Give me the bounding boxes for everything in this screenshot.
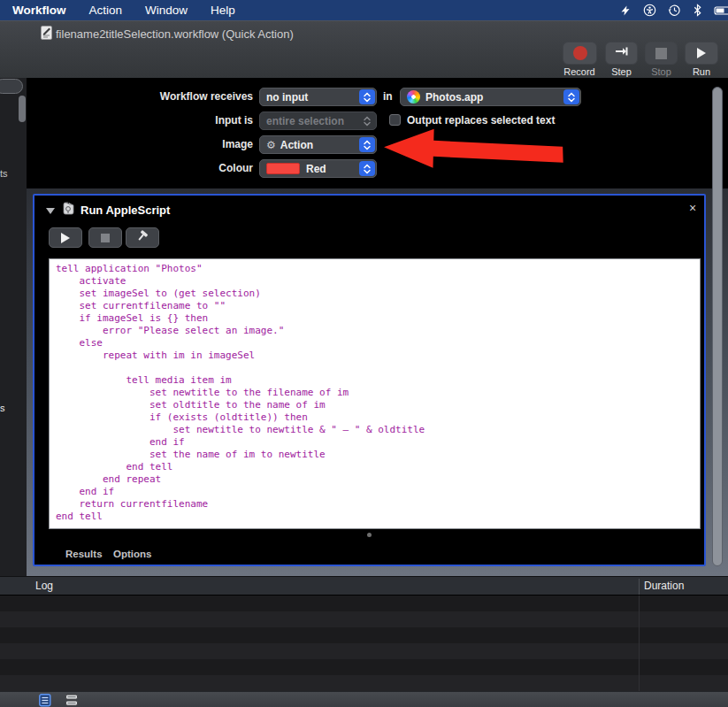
options-tab[interactable]: Options	[113, 549, 151, 559]
stop-button	[645, 42, 678, 65]
stacked-view-icon[interactable]	[65, 694, 79, 707]
image-popup[interactable]: ⚙ Action	[259, 135, 377, 154]
column-divider	[639, 596, 640, 691]
window-title: filename2titleSelection.workflow (Quick …	[56, 27, 294, 41]
action-gear-icon: ⚙	[266, 139, 276, 151]
log-empty-row	[0, 611, 728, 627]
canvas-scrollbar[interactable]	[712, 87, 723, 566]
colour-label: Colour	[88, 159, 253, 178]
in-label: in	[383, 90, 393, 103]
popup-stepper-icon	[359, 137, 375, 152]
log-column-header[interactable]: Log	[35, 580, 53, 592]
image-label: Image	[88, 135, 253, 154]
applescript-script-icon	[61, 201, 77, 220]
run-icon	[697, 48, 706, 58]
duration-column-header[interactable]: Duration	[644, 580, 684, 592]
script-stop-button	[88, 227, 122, 248]
time-machine-icon[interactable]	[668, 4, 681, 17]
sidebar-scrollbar[interactable]	[19, 96, 26, 122]
app-popup-value: Photos.app	[425, 91, 483, 104]
document-icon	[41, 26, 52, 43]
popup-stepper-icon	[359, 89, 375, 104]
input-is-value: entire selection	[266, 115, 344, 127]
log-empty-row	[0, 659, 728, 675]
run-label: Run	[685, 66, 718, 77]
colour-popup-value: Red	[306, 163, 326, 175]
hammer-icon	[135, 229, 149, 246]
stop-icon	[655, 48, 667, 59]
stop-label: Stop	[645, 66, 678, 77]
workflow-receives-popup[interactable]: no input	[259, 88, 377, 106]
sidebar-text-fragment: ts	[0, 168, 8, 179]
search-field-fragment[interactable]	[0, 79, 23, 94]
output-replaces-checkbox[interactable]	[389, 114, 401, 126]
input-is-popup: entire selection	[259, 111, 377, 130]
popup-stepper-icon	[563, 89, 579, 104]
menu-window[interactable]: Window	[134, 4, 199, 17]
image-popup-value: Action	[280, 139, 313, 151]
colour-popup[interactable]: Red	[259, 159, 377, 178]
log-empty-row	[0, 675, 728, 691]
log-empty-row	[0, 627, 728, 643]
record-icon	[573, 46, 587, 60]
workflow-receives-label: Workflow receives	[88, 88, 253, 106]
menu-status-area	[619, 0, 728, 20]
log-table	[0, 596, 728, 691]
step-button[interactable]	[605, 42, 638, 65]
list-view-icon[interactable]	[39, 694, 51, 707]
automator-window: Workflow Action Window Help	[0, 0, 728, 707]
menu-help[interactable]: Help	[199, 4, 247, 17]
applescript-code: tell application "Photos" activate set i…	[56, 263, 700, 523]
title-bar: filename2titleSelection.workflow (Quick …	[0, 20, 728, 78]
library-sidebar-fragment: ts s	[0, 78, 27, 576]
script-compile-button[interactable]	[126, 227, 159, 248]
applescript-editor[interactable]: tell application "Photos" activate set i…	[49, 258, 701, 529]
step-icon	[615, 45, 629, 61]
play-icon	[61, 233, 70, 243]
popup-stepper-icon	[359, 161, 375, 176]
status-bar	[0, 691, 728, 707]
step-label: Step	[605, 66, 638, 77]
menu-bar: Workflow Action Window Help	[0, 0, 728, 20]
menu-workflow[interactable]: Workflow	[0, 4, 78, 17]
action-title: Run AppleScript	[80, 204, 170, 217]
red-annotation-arrow	[379, 127, 566, 175]
bluetooth-icon[interactable]	[693, 4, 702, 17]
workflow-receives-value: no input	[266, 91, 308, 104]
column-divider[interactable]	[639, 579, 640, 595]
record-button[interactable]	[563, 42, 597, 65]
shortcuts-icon[interactable]	[619, 4, 632, 17]
log-empty-row	[0, 596, 728, 611]
menu-action[interactable]: Action	[78, 4, 134, 17]
photos-app-icon	[407, 90, 420, 104]
disclosure-triangle-icon[interactable]	[46, 208, 55, 214]
log-empty-row	[0, 643, 728, 659]
script-run-button[interactable]	[49, 227, 82, 248]
battery-icon	[714, 4, 728, 17]
results-tab[interactable]: Results	[65, 549, 103, 559]
run-button[interactable]	[685, 42, 718, 65]
input-is-label: Input is	[88, 111, 253, 130]
run-applescript-action[interactable]: Run AppleScript × tell application "Phot…	[33, 194, 706, 566]
red-colour-swatch	[266, 163, 300, 174]
record-label: Record	[559, 66, 600, 77]
app-popup[interactable]: Photos.app	[400, 88, 581, 106]
resize-handle[interactable]	[367, 533, 372, 537]
popup-stepper-icon	[359, 113, 375, 128]
sidebar-text-fragment: s	[0, 403, 5, 413]
output-replaces-label: Output replaces selected text	[407, 114, 555, 127]
accessibility-icon[interactable]	[643, 4, 656, 17]
close-action-icon[interactable]: ×	[689, 201, 696, 215]
log-header: Log Duration	[0, 576, 728, 596]
stop-icon	[101, 234, 110, 242]
